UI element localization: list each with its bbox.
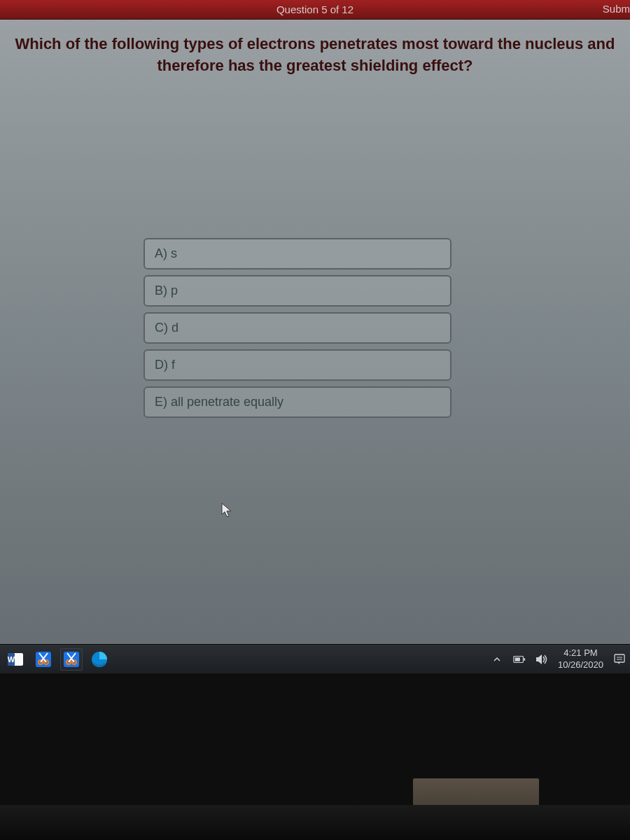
chevron-up-icon[interactable]	[491, 654, 503, 665]
quiz-header: Question 5 of 12 Subm	[0, 0, 630, 20]
laptop-hinge	[0, 805, 630, 840]
cursor-icon	[221, 503, 234, 518]
svg-text:W: W	[8, 655, 15, 664]
clock-date: 10/26/2020	[558, 659, 603, 671]
notifications-icon[interactable]	[613, 654, 626, 665]
snip-app-icon[interactable]	[32, 648, 55, 671]
snip-app-icon-2[interactable]	[60, 648, 83, 671]
answer-option-a[interactable]: A) s	[144, 238, 451, 270]
edge-app-icon[interactable]	[88, 648, 111, 671]
battery-icon[interactable]	[513, 654, 526, 665]
below-screen-area	[0, 673, 630, 840]
question-text: Which of the following types of electron…	[7, 34, 623, 105]
question-counter: Question 5 of 12	[276, 4, 354, 15]
submit-button[interactable]: Subm	[603, 3, 630, 15]
system-tray: 4:21 PM 10/26/2020	[491, 648, 626, 671]
quiz-window: Question 5 of 12 Subm Which of the follo…	[0, 0, 630, 668]
svg-rect-12	[515, 657, 520, 661]
word-app-icon[interactable]: W	[4, 648, 27, 671]
clock[interactable]: 4:21 PM 10/26/2020	[558, 648, 603, 671]
taskbar-left: W	[4, 648, 111, 671]
answer-option-e[interactable]: E) all penetrate equally	[144, 386, 451, 418]
answer-option-b[interactable]: B) p	[144, 275, 451, 307]
svg-rect-13	[615, 654, 624, 662]
quiz-content: Which of the following types of electron…	[0, 20, 630, 668]
answer-option-d[interactable]: D) f	[144, 349, 451, 381]
answer-option-c[interactable]: C) d	[144, 312, 451, 344]
volume-icon[interactable]	[536, 654, 548, 665]
screen-frame: Question 5 of 12 Subm Which of the follo…	[0, 0, 630, 840]
svg-rect-11	[524, 658, 525, 661]
taskbar: W	[0, 644, 630, 673]
answers-list: A) s B) p C) d D) f E) all penetrate equ…	[144, 238, 451, 418]
clock-time: 4:21 PM	[558, 648, 603, 659]
